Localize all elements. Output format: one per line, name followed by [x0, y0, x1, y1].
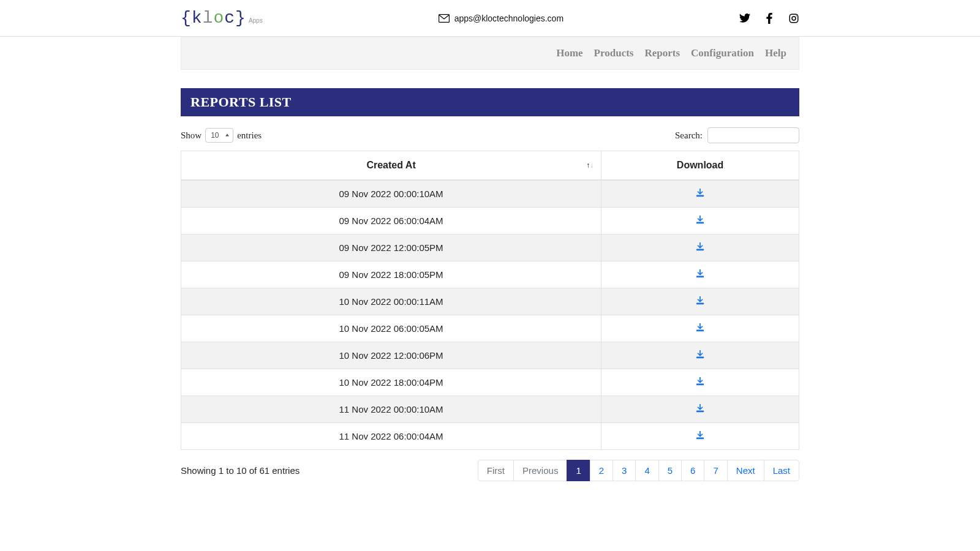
page-size-select[interactable]: 10	[205, 128, 233, 143]
table-controls: Show 10 entries Search:	[181, 116, 799, 151]
download-icon[interactable]	[696, 242, 704, 253]
nav-link-home[interactable]: Home	[556, 47, 582, 59]
svg-rect-4	[696, 195, 704, 197]
table-row: 09 Nov 2022 18:00:05PM	[181, 261, 799, 288]
svg-point-2	[792, 17, 796, 20]
cell-created-at: 10 Nov 2022 06:00:05AM	[181, 315, 601, 342]
facebook-icon[interactable]	[766, 13, 772, 24]
cell-created-at: 10 Nov 2022 18:00:04PM	[181, 369, 601, 396]
page-7[interactable]: 7	[704, 460, 727, 481]
table-row: 11 Nov 2022 06:00:04AM	[181, 423, 799, 450]
entries-info: Showing 1 to 10 of 61 entries	[181, 465, 300, 476]
cell-created-at: 10 Nov 2022 12:00:06PM	[181, 342, 601, 369]
cell-download	[601, 180, 799, 208]
cell-download	[601, 369, 799, 396]
col-download[interactable]: Download	[601, 151, 799, 181]
table-row: 09 Nov 2022 00:00:10AM	[181, 180, 799, 208]
cell-created-at: 11 Nov 2022 00:00:10AM	[181, 396, 601, 423]
table-row: 10 Nov 2022 00:00:11AM	[181, 288, 799, 315]
page-last[interactable]: Last	[764, 460, 799, 481]
download-icon[interactable]	[696, 269, 704, 280]
nav-link-help[interactable]: Help	[765, 47, 786, 59]
show-label-left: Show	[181, 130, 202, 141]
cell-download	[601, 315, 799, 342]
svg-rect-13	[696, 438, 704, 440]
mail-icon	[439, 14, 450, 23]
svg-rect-8	[696, 303, 704, 305]
download-icon[interactable]	[696, 296, 704, 307]
reports-table: Created At ↑↓ Download 09 Nov 2022 00:00…	[181, 151, 799, 450]
table-row: 10 Nov 2022 12:00:06PM	[181, 342, 799, 369]
nav-link-products[interactable]: Products	[594, 47, 634, 59]
svg-rect-7	[696, 276, 704, 278]
table-footer: Showing 1 to 10 of 61 entries FirstPrevi…	[181, 450, 799, 491]
svg-rect-9	[696, 330, 704, 332]
top-bar: {kloc}Apps apps@kloctechnologies.com	[0, 0, 980, 37]
page-1[interactable]: 1	[567, 460, 590, 481]
svg-rect-12	[696, 411, 704, 413]
nav-link-reports[interactable]: Reports	[644, 47, 680, 59]
download-icon[interactable]	[696, 404, 704, 414]
twitter-icon[interactable]	[739, 13, 750, 23]
page-next[interactable]: Next	[727, 460, 764, 481]
svg-rect-11	[696, 384, 704, 386]
page-3[interactable]: 3	[612, 460, 636, 481]
cell-created-at: 10 Nov 2022 00:00:11AM	[181, 288, 601, 315]
download-icon[interactable]	[696, 189, 704, 199]
page-6[interactable]: 6	[681, 460, 704, 481]
cell-download	[601, 396, 799, 423]
cell-download	[601, 234, 799, 261]
cell-download	[601, 261, 799, 288]
nav-link-configuration[interactable]: Configuration	[691, 47, 754, 59]
page-first: First	[478, 460, 514, 481]
cell-download	[601, 423, 799, 450]
cell-created-at: 09 Nov 2022 18:00:05PM	[181, 261, 601, 288]
cell-download	[601, 208, 799, 234]
sort-icon: ↑↓	[586, 161, 594, 170]
download-icon[interactable]	[696, 216, 704, 226]
search-label: Search:	[675, 130, 703, 141]
cell-download	[601, 288, 799, 315]
col-created-at[interactable]: Created At ↑↓	[181, 151, 601, 181]
cell-created-at: 09 Nov 2022 12:00:05PM	[181, 234, 601, 261]
table-row: 09 Nov 2022 06:00:04AM	[181, 208, 799, 234]
page-2[interactable]: 2	[590, 460, 613, 481]
logo[interactable]: {kloc}Apps	[181, 9, 263, 28]
page-prev: Previous	[513, 460, 567, 481]
contact-email[interactable]: apps@kloctechnologies.com	[263, 13, 739, 23]
cell-created-at: 09 Nov 2022 00:00:10AM	[181, 180, 601, 208]
table-row: 10 Nov 2022 18:00:04PM	[181, 369, 799, 396]
page-4[interactable]: 4	[635, 460, 658, 481]
nav-bar: HomeProductsReportsConfigurationHelp	[181, 37, 799, 70]
svg-rect-6	[696, 249, 704, 251]
download-icon[interactable]	[696, 350, 704, 361]
table-row: 09 Nov 2022 12:00:05PM	[181, 234, 799, 261]
cell-created-at: 11 Nov 2022 06:00:04AM	[181, 423, 601, 450]
table-row: 10 Nov 2022 06:00:05AM	[181, 315, 799, 342]
pagination: FirstPrevious1234567NextLast	[478, 460, 799, 481]
cell-download	[601, 342, 799, 369]
download-icon[interactable]	[696, 377, 704, 388]
svg-rect-10	[696, 357, 704, 359]
download-icon[interactable]	[696, 431, 704, 441]
cell-created-at: 09 Nov 2022 06:00:04AM	[181, 208, 601, 234]
page-5[interactable]: 5	[658, 460, 682, 481]
email-text: apps@kloctechnologies.com	[454, 13, 564, 23]
page-title: REPORTS LIST	[181, 88, 799, 116]
show-label-right: entries	[237, 130, 262, 141]
svg-point-3	[796, 15, 797, 17]
table-row: 11 Nov 2022 00:00:10AM	[181, 396, 799, 423]
download-icon[interactable]	[696, 323, 704, 334]
logo-apps-suffix: Apps	[249, 17, 263, 24]
svg-rect-1	[790, 14, 798, 23]
search-input[interactable]	[707, 127, 799, 143]
svg-rect-5	[696, 222, 704, 224]
social-links	[739, 13, 799, 24]
instagram-icon[interactable]	[788, 13, 799, 24]
